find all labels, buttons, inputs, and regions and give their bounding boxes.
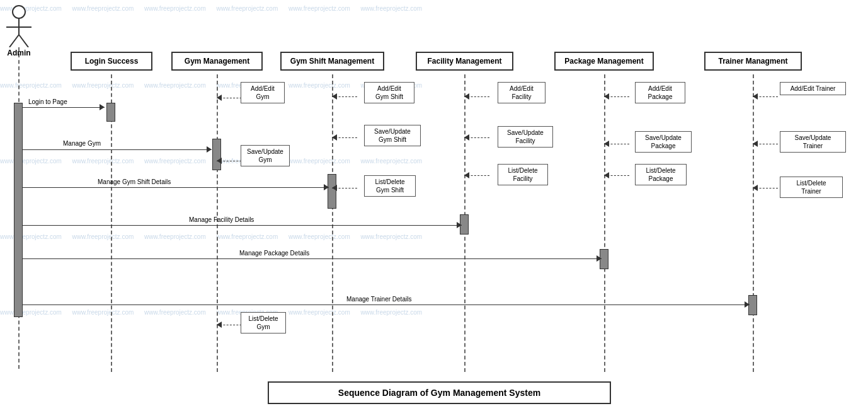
- activation-gymshift: [328, 174, 336, 209]
- arrowhead-listdelete-gym-return: [217, 322, 222, 328]
- arrowhead-manage-gymshift: [324, 184, 329, 190]
- watermark: www.freeprojectz.com www.freeprojectz.co…: [0, 309, 422, 316]
- note-package-addedit: Add/EditPackage: [635, 82, 685, 103]
- watermark: www.freeprojectz.com www.freeprojectz.co…: [0, 158, 422, 165]
- watermark: www.freeprojectz.com www.freeprojectz.co…: [0, 233, 422, 240]
- svg-point-0: [13, 6, 25, 18]
- arrowhead-login-to-page: [100, 104, 105, 110]
- note-facility-saveupdate: Save/UpdateFacility: [498, 126, 553, 148]
- arrowhead-addedit-gym-return: [217, 95, 222, 101]
- arrowhead-gymshift-saveupdate-return: [332, 134, 337, 141]
- note-trainer-saveupdate: Save/UpdateTrainer: [780, 131, 846, 153]
- activation-login: [106, 103, 115, 122]
- arrow-manage-facility: [23, 225, 462, 226]
- actor-admin: Admin: [3, 3, 35, 57]
- arrowhead-manage-gym: [207, 146, 212, 153]
- arrowhead-trainer-addedit-return: [753, 93, 758, 100]
- arrow-manage-gym: [23, 149, 212, 150]
- arrowhead-gymshift-listdelete-return: [332, 185, 337, 191]
- activation-trainer: [748, 295, 757, 315]
- lifeline-trainer-line: [753, 74, 754, 372]
- arrowhead-package-listdelete-return: [604, 172, 609, 178]
- lifeline-gymshift-line: [332, 74, 333, 372]
- lifeline-gymshift: Gym Shift Management: [280, 52, 384, 71]
- watermark: www.freeprojectz.com www.freeprojectz.co…: [0, 5, 422, 12]
- arrowhead-trainer-saveupdate-return: [753, 141, 758, 147]
- label-manage-gymshift: Manage Gym Shift Details: [98, 178, 171, 185]
- note-gym-listdelete: List/DeleteGym: [241, 312, 286, 334]
- activation-gym: [212, 139, 221, 170]
- caption-text: Sequence Diagram of Gym Management Syste…: [338, 388, 540, 398]
- label-manage-facility: Manage Facility Details: [189, 216, 254, 223]
- arrowhead-facility-listdelete-return: [464, 172, 469, 178]
- arrow-manage-trainer: [23, 304, 750, 305]
- note-trainer-listdelete: List/DeleteTrainer: [780, 177, 843, 198]
- arrowhead-manage-trainer: [745, 301, 750, 308]
- arrowhead-manage-package: [597, 255, 602, 262]
- diagram-container: www.freeprojectz.com www.freeprojectz.co…: [0, 0, 868, 406]
- lifeline-login: Login Success: [71, 52, 152, 71]
- arrowhead-facility-saveupdate-return: [464, 134, 469, 141]
- note-package-saveupdate: Save/UpdatePackage: [635, 131, 692, 153]
- watermark: www.freeprojectz.com www.freeprojectz.co…: [0, 82, 422, 89]
- label-manage-package: Manage Package Details: [239, 250, 309, 257]
- lifeline-package: Package Management: [554, 52, 654, 71]
- arrow-manage-package: [23, 258, 602, 259]
- note-facility-addedit: Add/EditFacility: [498, 82, 545, 103]
- svg-line-3: [9, 35, 19, 47]
- note-gymshift-addedit: Add/EditGym Shift: [364, 82, 414, 103]
- lifeline-gym: Gym Management: [171, 52, 263, 71]
- label-login-to-page: Login to Page: [28, 98, 67, 105]
- note-gymshift-listdelete: List/DeleteGym Shift: [364, 175, 416, 197]
- arrowhead-saveupdate-gym-return: [217, 158, 222, 164]
- svg-line-4: [19, 35, 28, 47]
- arrow-manage-gymshift: [23, 187, 329, 188]
- actor-label: Admin: [3, 49, 35, 57]
- arrowhead-gymshift-addedit-return: [332, 93, 337, 100]
- arrowhead-facility-addedit-return: [464, 93, 469, 100]
- note-trainer-addedit: Add/Edit Trainer: [780, 82, 846, 95]
- lifeline-facility: Facility Management: [416, 52, 513, 71]
- lifeline-package-line: [604, 74, 605, 372]
- activation-admin: [14, 103, 23, 317]
- label-manage-gym: Manage Gym: [63, 140, 101, 147]
- arrowhead-package-saveupdate-return: [604, 141, 609, 147]
- note-gymshift-saveupdate: Save/UpdateGym Shift: [364, 125, 421, 146]
- arrow-login-to-page: [23, 107, 105, 108]
- note-gym-saveupdate: Save/UpdateGym: [241, 145, 290, 166]
- note-facility-listdelete: List/DeleteFacility: [498, 164, 548, 185]
- note-gym-addedit: Add/EditGym: [241, 82, 285, 103]
- arrowhead-manage-facility: [457, 222, 462, 228]
- label-manage-trainer: Manage Trainer Details: [346, 296, 411, 303]
- caption-box: Sequence Diagram of Gym Management Syste…: [268, 381, 611, 404]
- lifeline-trainer: Trainer Managment: [704, 52, 802, 71]
- arrowhead-package-addedit-return: [604, 93, 609, 100]
- note-package-listdelete: List/DeletePackage: [635, 164, 687, 185]
- arrowhead-trainer-listdelete-return: [753, 185, 758, 191]
